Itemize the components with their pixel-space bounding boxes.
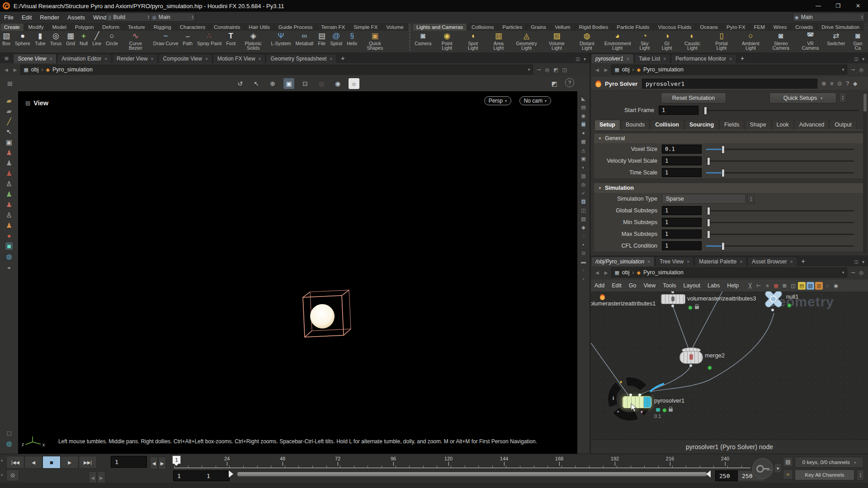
network-menu-item[interactable]: Add: [591, 282, 608, 289]
network-menu-item[interactable]: Edit: [608, 282, 625, 289]
shelf-tab[interactable]: Viscous Fluids: [654, 23, 695, 31]
key-step-icon[interactable]: ⊙: [6, 469, 19, 481]
projection-selector[interactable]: Persp ▾: [484, 96, 511, 105]
box-zoom-icon[interactable]: ⊡: [300, 78, 311, 89]
reset-simulation-button[interactable]: Reset Simulation: [661, 93, 726, 103]
display-option-icon[interactable]: ▪: [583, 242, 585, 247]
shelf-tool[interactable]: ◚ VR Camera: [796, 32, 825, 50]
link-icon[interactable]: ◩: [553, 67, 558, 73]
general-section-header[interactable]: ▼ General: [594, 133, 863, 143]
shelf-tool[interactable]: @ Spiral: [328, 32, 344, 46]
range-start-jump-button[interactable]: ◀: [89, 471, 97, 484]
tool-strip-icon[interactable]: □: [7, 429, 11, 437]
tool-strip-icon[interactable]: ♙: [6, 211, 12, 219]
display-option-icon[interactable]: ▥: [581, 173, 585, 178]
display-option-icon[interactable]: ◬: [581, 147, 585, 153]
frame-inc-button[interactable]: ▶: [158, 457, 166, 469]
shelf-tool[interactable]: ◐ Caustic Light: [677, 32, 708, 50]
pane-tab[interactable]: Tree View ×: [655, 257, 694, 266]
path-current[interactable]: Pyro_simulation: [52, 66, 93, 73]
close-tab-icon[interactable]: ×: [729, 56, 732, 61]
sliders-icon[interactable]: ≡: [830, 80, 833, 87]
current-frame-marker[interactable]: 1: [172, 455, 181, 464]
pane-chevron-icon[interactable]: ▾: [584, 56, 586, 61]
param-tab[interactable]: Sourcing: [684, 120, 719, 130]
play-button[interactable]: ▶: [61, 456, 79, 469]
pin-icon[interactable]: ⊸: [851, 67, 855, 73]
display-option-icon[interactable]: ▤: [581, 104, 585, 110]
velocity-voxel-scale-field[interactable]: 1: [662, 156, 702, 165]
voxel-size-slider[interactable]: [706, 145, 854, 153]
shelf-tool[interactable]: + Null: [77, 32, 90, 46]
close-tab-icon[interactable]: ×: [663, 56, 666, 61]
close-tab-icon[interactable]: ×: [627, 56, 629, 61]
param-tab[interactable]: Advanced: [794, 120, 830, 130]
template-ring-icon[interactable]: ▼: [640, 410, 644, 414]
pane-tab[interactable]: Asset Browser ×: [747, 257, 797, 266]
display-option-icon[interactable]: ◌: [582, 233, 585, 239]
pane-tab[interactable]: Animation Editor ×: [57, 54, 112, 63]
desktop-selector[interactable]: ▯ Build ▴▾: [106, 13, 151, 22]
minimize-button[interactable]: —: [808, 0, 828, 12]
shelf-divider[interactable]: [409, 24, 410, 51]
shelf-tool[interactable]: ╱ Line: [90, 32, 104, 46]
shelf-tab[interactable]: Drive Simulation: [817, 23, 863, 31]
tool-strip-icon[interactable]: ♟: [6, 149, 12, 156]
path-chevron-icon[interactable]: ▾: [528, 67, 530, 72]
path-root[interactable]: obj: [622, 66, 630, 73]
grid-icon[interactable]: ⊞: [781, 282, 788, 290]
min-substeps-field[interactable]: 1: [662, 218, 702, 227]
stop-button[interactable]: ■: [42, 456, 61, 469]
display-option-icon[interactable]: ◣: [581, 96, 585, 101]
shelf-tab[interactable]: Wires: [769, 23, 791, 31]
network-menu-item[interactable]: Help: [723, 282, 742, 289]
maximize-button[interactable]: ❐: [828, 0, 848, 12]
bypass-ring-icon[interactable]: ▼: [619, 380, 623, 385]
shelf-tab[interactable]: Grains: [527, 23, 550, 31]
start-frame-field[interactable]: 1: [659, 106, 698, 115]
network-menu-item[interactable]: Layout: [680, 282, 704, 289]
search-icon[interactable]: ◌: [824, 282, 831, 290]
shelf-tab[interactable]: Lights and Cameras: [412, 23, 467, 31]
pane-tab[interactable]: pyrosolver1 ×: [591, 54, 634, 63]
shelf-tab[interactable]: Characters: [176, 23, 209, 31]
view-tool-icon[interactable]: ↺: [235, 78, 245, 89]
cfl-condition-slider[interactable]: [706, 242, 854, 250]
pin-icon[interactable]: ⊸: [537, 67, 541, 73]
pane-tab[interactable]: Performance Monitor ×: [671, 54, 736, 63]
node-volumerasterizeattributes3[interactable]: [661, 294, 685, 304]
shelf-tool[interactable]: ◙ Stereo Camera: [766, 32, 796, 50]
node-graph[interactable]: Geometry volumerasterizeattributes1 volu…: [591, 291, 868, 440]
pin-icon[interactable]: ⊸: [851, 270, 855, 276]
right-desktop-selector[interactable]: ◉ Main ▴▾: [793, 13, 865, 22]
pane-tab[interactable]: Geometry Spreadsheet ×: [266, 54, 337, 63]
shelf-tool[interactable]: ○ Ambient Light: [736, 32, 766, 50]
follow-target-icon[interactable]: ◎: [859, 67, 863, 73]
tool-strip-icon[interactable]: ▰: [6, 97, 12, 104]
pane-split-icon[interactable]: ⊞: [0, 56, 13, 63]
display-option-icon[interactable]: ▬: [581, 259, 586, 264]
display-badge-icon[interactable]: [688, 305, 693, 310]
forward-icon[interactable]: ▶: [603, 270, 610, 275]
forward-icon[interactable]: ▶: [603, 67, 610, 72]
shelf-tab[interactable]: Simple FX: [349, 23, 382, 31]
add-pane-tab-button[interactable]: +: [737, 55, 748, 63]
param-tab[interactable]: Bounds: [621, 120, 650, 130]
node-tree-icon[interactable]: ⊢: [755, 282, 763, 290]
path-field[interactable]: ▦ obj › ◆ Pyro_simulation ▾: [611, 65, 847, 75]
tool-strip-icon[interactable]: ╱: [7, 117, 11, 125]
path-field[interactable]: ▦ obj › ◆ Pyro_simulation ▾: [611, 267, 847, 277]
param-tab[interactable]: Setup: [594, 120, 620, 130]
menu-set-selector[interactable]: ◎ Main ▴▾: [150, 13, 195, 22]
range-slider[interactable]: [237, 472, 707, 477]
display-option-icon[interactable]: ◫: [581, 207, 585, 213]
quick-setups-button[interactable]: Quick Setups ▾: [769, 93, 836, 103]
network-menu-item[interactable]: Labs: [704, 282, 723, 289]
path-chevron-icon[interactable]: ▾: [842, 270, 844, 275]
shelf-tab[interactable]: Modify: [24, 23, 48, 31]
pin-icon[interactable]: ◆: [853, 80, 857, 87]
shelf-tool[interactable]: Ψ L-System: [269, 32, 293, 46]
info-ring-icon[interactable]: i: [613, 395, 614, 401]
set-key-button[interactable]: [752, 458, 773, 479]
simulation-type-stepper[interactable]: ▴▾: [747, 194, 755, 204]
